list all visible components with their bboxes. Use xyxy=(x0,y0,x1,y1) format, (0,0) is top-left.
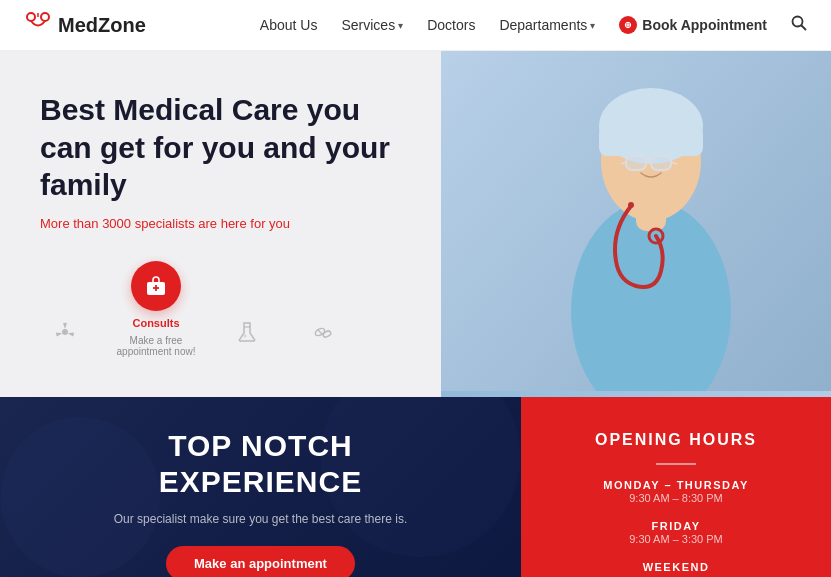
consults-sublabel: Make a free appointment now! xyxy=(116,335,196,357)
logo[interactable]: MedZone xyxy=(24,10,146,40)
nav-link-about[interactable]: About Us xyxy=(260,17,318,33)
nav-link-departaments[interactable]: Departaments xyxy=(499,17,587,33)
svg-rect-21 xyxy=(651,156,671,170)
svg-line-4 xyxy=(802,26,806,30)
left-panel-content: TOP NOTCH EXPERIENCE Our specialist make… xyxy=(114,428,407,578)
hours-weekend: WEEKEND xyxy=(643,561,710,574)
svg-point-26 xyxy=(628,202,634,208)
nav-item-about[interactable]: About Us xyxy=(260,16,318,34)
book-appointment-button[interactable]: ⊕ Book Appointment xyxy=(619,16,767,34)
pills-icon-circle xyxy=(298,307,348,357)
logo-icon xyxy=(24,10,52,40)
svg-rect-20 xyxy=(626,156,646,170)
chevron-down-icon: ▾ xyxy=(398,20,403,31)
opening-hours-title: OPENING HOURS xyxy=(595,431,757,449)
nav-links: About Us Services ▾ Doctors Departaments… xyxy=(260,15,807,35)
navbar: MedZone About Us Services ▾ Doctors Depa… xyxy=(0,0,831,51)
svg-point-5 xyxy=(62,329,68,335)
divider xyxy=(656,463,696,465)
icon-row: Consults Make a free appointment now! xyxy=(40,261,420,357)
svg-rect-19 xyxy=(599,126,703,156)
bottom-section: TOP NOTCH EXPERIENCE Our specialist make… xyxy=(0,397,831,578)
left-panel-description: Our specialist make sure you get the bes… xyxy=(114,510,407,528)
hero-content: Best Medical Care you can get for you an… xyxy=(0,51,460,397)
search-button[interactable] xyxy=(791,15,807,35)
hours-friday: FRIDAY 9:30 AM – 3:30 PM xyxy=(629,520,723,545)
time-mon-thu: 9:30 AM – 8:30 PM xyxy=(603,492,749,504)
calendar-icon: ⊕ xyxy=(619,16,637,34)
nav-item-services[interactable]: Services ▾ xyxy=(341,17,403,33)
svg-line-12 xyxy=(318,329,323,334)
day-label-mon-thu: MONDAY – THURSDAY xyxy=(603,479,749,491)
logo-text: MedZone xyxy=(58,14,146,37)
hero-doctor-image xyxy=(441,51,831,397)
medical-bag-icon-circle xyxy=(131,261,181,311)
left-panel: TOP NOTCH EXPERIENCE Our specialist make… xyxy=(0,397,521,578)
svg-point-10 xyxy=(244,334,247,337)
nav-item-search[interactable] xyxy=(791,15,807,35)
consults-label: Consults xyxy=(132,317,179,329)
hero-subtitle: More than 3000 specialists are here for … xyxy=(40,216,420,231)
make-appointment-button[interactable]: Make an appointment xyxy=(166,546,355,578)
book-label: Book Appointment xyxy=(642,17,767,33)
icon-item-consults[interactable]: Consults Make a free appointment now! xyxy=(116,261,196,357)
nav-link-services[interactable]: Services xyxy=(341,17,395,33)
right-panel: OPENING HOURS MONDAY – THURSDAY 9:30 AM … xyxy=(521,397,831,578)
svg-point-13 xyxy=(322,329,331,337)
nav-item-doctors[interactable]: Doctors xyxy=(427,16,475,34)
day-label-friday: FRIDAY xyxy=(629,520,723,532)
flask-icon-circle xyxy=(222,307,272,357)
icon-item-radiation[interactable] xyxy=(40,307,90,357)
nav-item-departaments[interactable]: Departaments ▾ xyxy=(499,17,595,33)
hero-title: Best Medical Care you can get for you an… xyxy=(40,91,420,204)
day-label-weekend: WEEKEND xyxy=(643,561,710,573)
nav-link-doctors[interactable]: Doctors xyxy=(427,17,475,33)
icon-item-lab[interactable] xyxy=(222,307,272,357)
svg-point-0 xyxy=(27,13,35,21)
icon-item-pills[interactable] xyxy=(298,307,348,357)
svg-point-1 xyxy=(41,13,49,21)
hours-monday-thursday: MONDAY – THURSDAY 9:30 AM – 8:30 PM xyxy=(603,479,749,504)
chevron-down-icon-2: ▾ xyxy=(590,20,595,31)
top-notch-title: TOP NOTCH EXPERIENCE xyxy=(114,428,407,500)
nav-item-book[interactable]: ⊕ Book Appointment xyxy=(619,16,767,34)
radiation-icon-circle xyxy=(40,307,90,357)
hero-section: Best Medical Care you can get for you an… xyxy=(0,51,831,397)
time-friday: 9:30 AM – 3:30 PM xyxy=(629,533,723,545)
